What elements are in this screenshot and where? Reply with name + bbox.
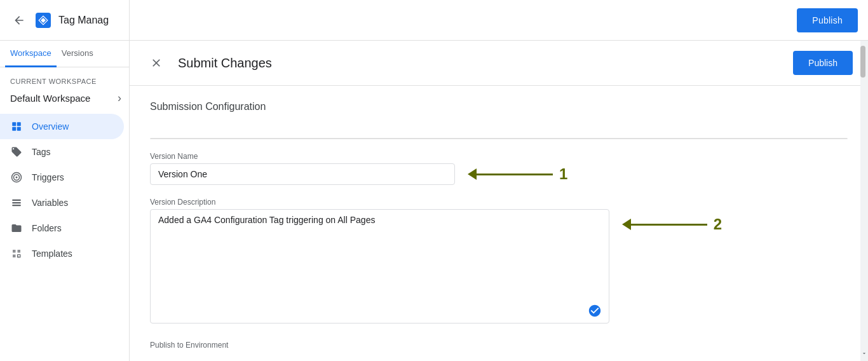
main-area: Publish Submit Changes Publish Submissio… <box>130 0 868 361</box>
workspace-name: Default Workspace <box>10 93 90 104</box>
section-title: Submission Configuration <box>150 101 848 112</box>
sidebar-item-templates[interactable]: Templates <box>0 241 124 266</box>
svg-point-11 <box>16 177 18 179</box>
template-icon <box>10 247 23 260</box>
sidebar-item-label-overview: Overview <box>32 121 69 132</box>
app-title: Tag Manag <box>58 15 109 26</box>
workspace-row[interactable]: Default Workspace › <box>0 88 129 109</box>
annotation-arrow-1: 1 <box>468 165 567 183</box>
svg-rect-5 <box>12 122 16 126</box>
version-description-input[interactable] <box>150 209 609 324</box>
spellcheck-icon <box>588 304 603 319</box>
scrollbar[interactable] <box>860 41 868 361</box>
sidebar-item-overview[interactable]: Overview <box>0 114 124 139</box>
version-name-field: Version Name 1 <box>150 152 848 185</box>
submission-options: Publish and Create Version Push changes … <box>150 138 848 139</box>
svg-rect-13 <box>12 202 21 203</box>
sidebar-item-label-folders: Folders <box>32 223 62 233</box>
sidebar-item-label-variables: Variables <box>32 198 68 208</box>
top-bar: Publish <box>130 0 868 41</box>
version-name-input[interactable] <box>150 163 455 185</box>
nav-items: Overview Tags Triggers Variables <box>0 114 129 266</box>
create-version-icon <box>512 138 538 139</box>
annotation-arrow-2: 2 <box>622 215 722 233</box>
trigger-icon <box>10 171 23 184</box>
option-create-only[interactable]: Create Version Save changes and create a… <box>499 139 848 139</box>
sidebar-item-variables[interactable]: Variables <box>0 190 124 215</box>
dialog-body: Submission Configuration Publish and Cre… <box>130 86 868 361</box>
svg-rect-8 <box>17 127 21 131</box>
dialog-close-button[interactable] <box>145 51 168 74</box>
current-workspace-label: CURRENT WORKSPACE <box>0 67 129 88</box>
publish-create-icon <box>163 138 189 139</box>
option-publish-create[interactable]: Publish and Create Version Push changes … <box>151 139 499 139</box>
back-button[interactable] <box>8 9 31 32</box>
sidebar-header: Tag Manag <box>0 0 129 41</box>
svg-rect-12 <box>12 200 21 201</box>
create-only-title: Create Version <box>548 139 683 139</box>
sidebar-item-label-triggers: Triggers <box>32 172 64 182</box>
publish-button[interactable]: Publish <box>797 8 858 32</box>
sidebar-item-label-tags: Tags <box>32 147 51 157</box>
gtm-logo <box>33 10 53 31</box>
svg-rect-7 <box>12 127 16 131</box>
create-only-text: Create Version Save changes and create a… <box>548 139 683 139</box>
workspace-chevron-icon: › <box>118 92 121 105</box>
publish-create-text: Publish and Create Version Push changes … <box>199 139 307 139</box>
svg-rect-6 <box>17 122 21 126</box>
sidebar-tabs: Workspace Versions <box>0 41 129 67</box>
scroll-down-icon <box>861 350 867 357</box>
sidebar-item-folders[interactable]: Folders <box>0 215 124 241</box>
version-name-label: Version Name <box>150 152 848 161</box>
sidebar-item-label-templates: Templates <box>32 249 72 259</box>
publish-create-title: Publish and Create Version <box>199 139 307 139</box>
tab-workspace[interactable]: Workspace <box>5 41 57 67</box>
publish-to-environment-label: Publish to Environment <box>150 341 848 350</box>
version-description-field: Version Description 2 <box>150 198 848 325</box>
scrollbar-thumb[interactable] <box>860 46 865 78</box>
svg-rect-14 <box>12 205 21 206</box>
tag-icon <box>10 146 23 158</box>
dialog-publish-button[interactable]: Publish <box>793 51 853 75</box>
folder-icon <box>10 222 23 235</box>
overview-icon <box>10 120 23 133</box>
dialog-header: Submit Changes Publish <box>130 41 868 86</box>
dialog-title: Submit Changes <box>178 56 793 71</box>
tab-versions[interactable]: Versions <box>57 41 98 67</box>
variable-icon <box>10 196 23 209</box>
version-description-label: Version Description <box>150 198 848 207</box>
submit-changes-dialog: Submit Changes Publish Submission Config… <box>130 41 868 361</box>
sidebar: Tag Manag Workspace Versions CURRENT WOR… <box>0 0 130 361</box>
sidebar-item-triggers[interactable]: Triggers <box>0 165 124 190</box>
sidebar-item-tags[interactable]: Tags <box>0 139 124 165</box>
